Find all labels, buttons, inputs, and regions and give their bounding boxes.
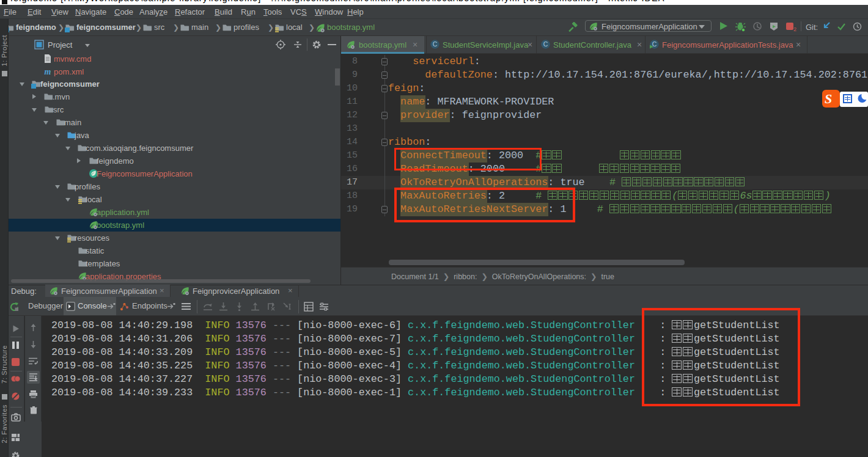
svg-text:C: C <box>433 40 438 48</box>
svg-text:m: m <box>45 67 51 76</box>
svg-text:C: C <box>543 40 548 48</box>
